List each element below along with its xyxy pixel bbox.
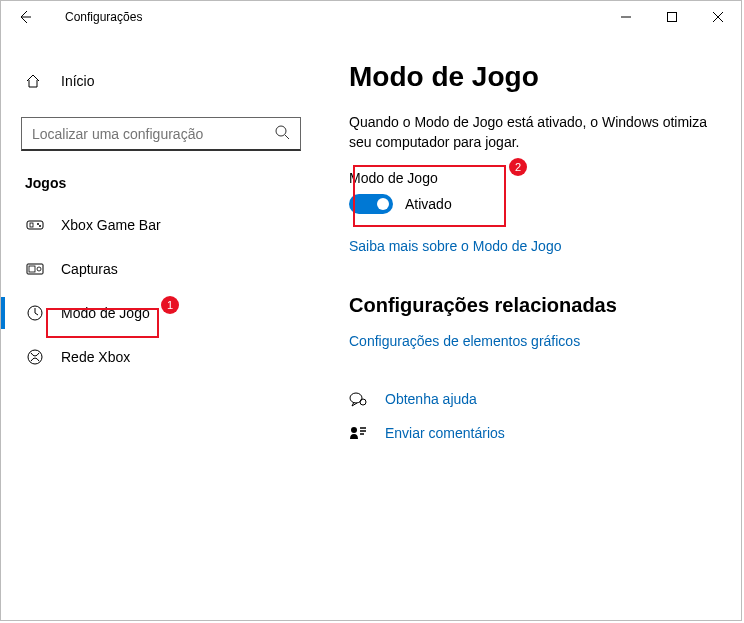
home-label: Início bbox=[61, 73, 94, 89]
maximize-button[interactable] bbox=[649, 1, 695, 33]
xbox-network-icon bbox=[25, 349, 45, 365]
related-heading: Configurações relacionadas bbox=[349, 294, 713, 317]
maximize-icon bbox=[667, 12, 677, 22]
svg-point-10 bbox=[28, 350, 42, 364]
learn-more-link[interactable]: Saiba mais sobre o Modo de Jogo bbox=[349, 238, 561, 254]
svg-rect-2 bbox=[27, 221, 43, 229]
sidebar-item-captures[interactable]: Capturas bbox=[9, 247, 313, 291]
page-title: Modo de Jogo bbox=[349, 61, 713, 93]
content-pane: Modo de Jogo Quando o Modo de Jogo está … bbox=[321, 33, 741, 620]
svg-point-13 bbox=[351, 427, 357, 433]
svg-point-8 bbox=[37, 267, 41, 271]
window-title: Configurações bbox=[65, 10, 142, 24]
home-nav[interactable]: Início bbox=[9, 61, 313, 101]
svg-point-4 bbox=[37, 223, 39, 225]
window-controls bbox=[603, 1, 741, 33]
svg-point-5 bbox=[39, 225, 41, 227]
captures-icon bbox=[25, 262, 45, 276]
settings-window: Configurações Início bbox=[0, 0, 742, 621]
body: Início Jogos Xbox Game Bar Capturas bbox=[1, 33, 741, 620]
svg-rect-0 bbox=[668, 13, 677, 22]
sidebar-item-label: Capturas bbox=[61, 261, 118, 277]
game-mode-toggle[interactable] bbox=[349, 194, 393, 214]
minimize-icon bbox=[621, 12, 631, 22]
svg-rect-3 bbox=[30, 223, 33, 227]
search-icon bbox=[274, 124, 290, 143]
sidebar-item-xbox-network[interactable]: Rede Xbox bbox=[9, 335, 313, 379]
toggle-state-label: Ativado bbox=[405, 196, 452, 212]
search-box[interactable] bbox=[21, 117, 301, 151]
sidebar-item-game-mode[interactable]: Modo de Jogo bbox=[9, 291, 313, 335]
svg-point-1 bbox=[276, 126, 286, 136]
get-help-link[interactable]: Obtenha ajuda bbox=[385, 391, 477, 407]
search-input[interactable] bbox=[32, 126, 274, 142]
arrow-left-icon bbox=[17, 9, 33, 25]
toggle-thumb bbox=[377, 198, 389, 210]
game-mode-icon bbox=[25, 305, 45, 321]
sidebar-item-label: Xbox Game Bar bbox=[61, 217, 161, 233]
sidebar-item-label: Modo de Jogo bbox=[61, 305, 150, 321]
help-icon bbox=[349, 391, 369, 407]
minimize-button[interactable] bbox=[603, 1, 649, 33]
sidebar: Início Jogos Xbox Game Bar Capturas bbox=[1, 33, 321, 620]
svg-rect-7 bbox=[29, 266, 35, 272]
toggle-row: Ativado bbox=[349, 194, 713, 214]
description-text: Quando o Modo de Jogo está ativado, o Wi… bbox=[349, 113, 713, 152]
svg-point-12 bbox=[360, 399, 366, 405]
back-button[interactable] bbox=[9, 1, 41, 33]
game-bar-icon bbox=[25, 218, 45, 232]
toggle-section-label: Modo de Jogo bbox=[349, 170, 713, 186]
graphics-settings-link[interactable]: Configurações de elementos gráficos bbox=[349, 333, 580, 349]
feedback-link[interactable]: Enviar comentários bbox=[385, 425, 505, 441]
get-help-row[interactable]: Obtenha ajuda bbox=[349, 391, 713, 407]
feedback-row[interactable]: Enviar comentários bbox=[349, 425, 713, 441]
section-label: Jogos bbox=[25, 175, 313, 191]
home-icon bbox=[25, 73, 45, 89]
close-icon bbox=[713, 12, 723, 22]
sidebar-item-label: Rede Xbox bbox=[61, 349, 130, 365]
close-button[interactable] bbox=[695, 1, 741, 33]
titlebar: Configurações bbox=[1, 1, 741, 33]
sidebar-item-xbox-game-bar[interactable]: Xbox Game Bar bbox=[9, 203, 313, 247]
feedback-icon bbox=[349, 425, 369, 441]
